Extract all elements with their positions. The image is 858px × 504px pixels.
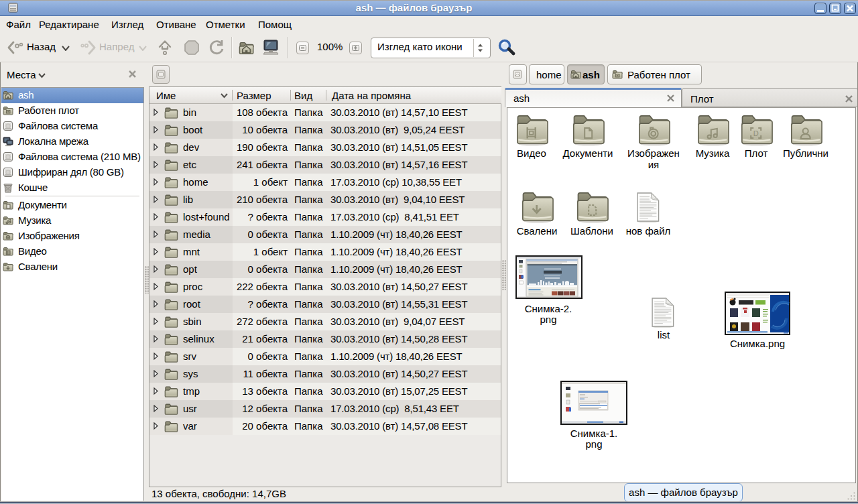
svg-text:D: D bbox=[753, 129, 759, 137]
